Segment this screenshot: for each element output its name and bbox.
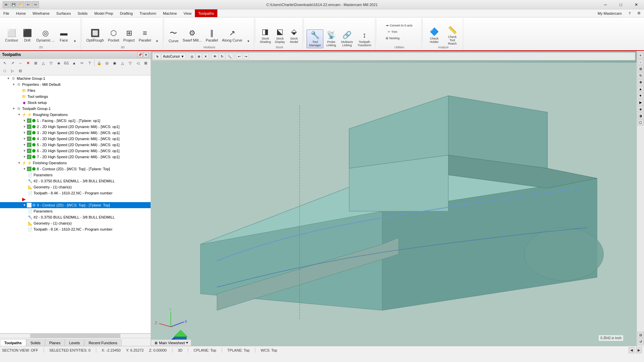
fi9-toggle[interactable]: ▼	[22, 203, 27, 207]
toolpath-group-toggle[interactable]: ▼	[11, 106, 16, 111]
vp-autocursor-btn[interactable]: AutoCursor ▼	[161, 53, 186, 59]
nav-view-right-btn[interactable]: ▶	[638, 99, 644, 105]
tool-down2-btn[interactable]: ▽	[126, 59, 134, 67]
tool-g1-btn[interactable]: G1	[63, 59, 70, 67]
ri6-check[interactable]: ✓	[27, 148, 32, 153]
nav-bottom-btn[interactable]: ⊟	[638, 332, 644, 338]
tree-fi9-tool[interactable]: 🔧 #2 - 0.3750 BULL ENDMILL - 3/8 BULL EN…	[0, 214, 151, 220]
tool-minus-box-btn[interactable]: ⊟	[16, 67, 24, 74]
tool-help-btn[interactable]: ?	[86, 59, 93, 67]
tree-fi8-geometry[interactable]: 📐 Geometry - (1) chain(s)	[0, 184, 151, 190]
ribbon-btn-check-holder[interactable]: 🔷 CheckHolder	[425, 26, 443, 45]
ribbon-btn-pocket[interactable]: ⬡ Pocket	[106, 26, 121, 45]
tree-machine-group[interactable]: ▼ ⚙ Machine Group-1	[0, 75, 151, 81]
tool-lock-btn[interactable]: 🔒	[96, 59, 103, 67]
tool-up2-btn[interactable]: △	[119, 59, 126, 67]
tree-container[interactable]: ▼ ⚙ Machine Group-1 ▼ ⚙ Properties - Mil…	[0, 75, 151, 333]
tree-stock-setup[interactable]: ◆ Stock setup	[0, 100, 151, 106]
maximize-button[interactable]: □	[613, 0, 629, 9]
ribbon-btn-face[interactable]: ▬ Face	[57, 26, 70, 45]
tree-finishing-ops[interactable]: ▼ ⚡ ⚡ Finishing Operations	[0, 160, 151, 166]
panel-pin-btn[interactable]: 📌	[137, 52, 143, 57]
tree-roughing-item-3[interactable]: ▼ ✓ 3 - 2D High Speed (2D Dynamic Mill) …	[0, 130, 151, 136]
ri4-toggle[interactable]: ▼	[22, 136, 27, 141]
nav-fit-btn[interactable]: ⊞	[638, 66, 644, 72]
ribbon-btn-optirough[interactable]: 🔲 OptiRough	[85, 26, 106, 45]
multiaxis-expand-btn[interactable]: ▼	[245, 38, 252, 45]
menu-model-prep[interactable]: Model Prep	[91, 9, 116, 17]
menu-home[interactable]: Home	[13, 9, 29, 17]
nav-view-front-btn[interactable]: ▼	[638, 93, 644, 99]
tree-fi9-geometry[interactable]: 📐 Geometry - (1) chain(s)	[0, 220, 151, 226]
ri6-toggle[interactable]: ▼	[22, 148, 27, 153]
tool-up-btn[interactable]: △	[40, 59, 47, 67]
tree-roughing-item-1[interactable]: ▼ ✓ 1 - Facing - [WCS: op1] - [Tplane: o…	[0, 118, 151, 124]
vp-snap2-btn[interactable]: ⊕	[196, 53, 202, 59]
ribbon-btn-project[interactable]: ⊞ Project	[121, 26, 136, 45]
tree-roughing-item-4[interactable]: ▼ ✓ 4 - 2D High Speed (2D Dynamic Mill) …	[0, 136, 151, 142]
ribbon-btn-check-tool-reach[interactable]: 📏 CheckTool Reach	[443, 26, 461, 45]
tree-fi9-toolpath[interactable]: 📄 Toolpath - 8.1K - 1610-22.NC - Program…	[0, 226, 151, 232]
vp-zoom-btn[interactable]: 🔍	[226, 53, 233, 59]
tool-select-btn[interactable]: ↖	[1, 59, 8, 67]
vp-snap3-btn[interactable]: ✕	[203, 53, 209, 59]
nav-wireframe-btn[interactable]: ⬡	[638, 119, 644, 125]
redo-icon[interactable]: ↪	[32, 1, 39, 8]
tree-properties[interactable]: ▼ ⚙ Properties - Mill Default	[0, 81, 151, 87]
ri2-check[interactable]: ✓	[27, 124, 32, 129]
tool-diamond-btn[interactable]: ◈	[55, 59, 62, 67]
fi9-check[interactable]	[27, 203, 32, 207]
minimize-button[interactable]: ─	[598, 0, 613, 9]
viewsheet-label[interactable]: Main Viewsheet	[159, 341, 185, 345]
open-icon[interactable]: 📂	[17, 1, 24, 8]
fi8-check[interactable]: ✓	[27, 167, 32, 171]
save-icon[interactable]: 💾	[10, 1, 17, 8]
ribbon-btn-parallel[interactable]: ≡ Parallel	[137, 26, 153, 45]
tool-arrow-btn[interactable]: →	[16, 59, 24, 67]
menu-my-mastercam[interactable]: My Mastercam	[594, 9, 625, 17]
tree-tool-settings[interactable]: 📁 Tool settings	[0, 94, 151, 100]
vp-snap-btn[interactable]: ◎	[189, 53, 195, 59]
ri7-check[interactable]: ✓	[27, 155, 32, 159]
tool-triangle-btn[interactable]: ▲	[70, 59, 78, 67]
ri5-toggle[interactable]: ▼	[22, 142, 27, 147]
menu-machine[interactable]: Machine	[160, 9, 180, 17]
stock-setup-toggle[interactable]	[17, 100, 21, 105]
viewport[interactable]: 🖱 AutoCursor ▼ ◎ ⊕ ✕ 👁 ↻ 🔍 ↩ ↪	[151, 51, 637, 346]
menu-toolpaths[interactable]: Toolpaths	[195, 9, 217, 17]
tab-levels[interactable]: Levels	[65, 339, 84, 346]
status-nav-forward[interactable]: ▶	[636, 347, 642, 353]
ribbon-btn-probe-linking[interactable]: 📡 ProbeLinking	[324, 29, 338, 48]
vp-rotate-btn[interactable]: ↻	[219, 53, 225, 59]
tree-fi8-toolpath[interactable]: 📄 Toolpath - 8.4K - 1610-22.NC - Program…	[0, 190, 151, 196]
ribbon-btn-convert-5axis[interactable]: ➡ Convert to 5-axis	[379, 22, 419, 28]
vp-cursor-btn[interactable]: 🖱	[154, 53, 161, 59]
nav-3d-btn[interactable]: ◈	[638, 106, 644, 112]
properties-toggle[interactable]: ▼	[11, 82, 16, 87]
roughing-ops-toggle[interactable]: ▼	[17, 112, 21, 117]
tool-settings-toggle[interactable]	[17, 94, 21, 99]
ribbon-btn-trim[interactable]: ✂ Trim	[379, 29, 406, 35]
menu-solids[interactable]: Solids	[74, 9, 91, 17]
tab-toolpaths[interactable]: Toolpaths	[0, 339, 26, 346]
tool-down-btn[interactable]: ▽	[47, 59, 55, 67]
tree-files[interactable]: 📁 Files	[0, 87, 151, 94]
vp-view-btn[interactable]: 👁	[212, 53, 218, 59]
ri2-toggle[interactable]: ▼	[22, 124, 27, 129]
nav-pan-btn[interactable]: ✥	[638, 79, 644, 85]
ribbon-btn-curve[interactable]: 〜 Curve	[167, 26, 180, 45]
nav-zoom-out-btn[interactable]: -	[638, 59, 644, 65]
fi8-toggle[interactable]: ▼	[22, 167, 27, 171]
menu-drafting[interactable]: Drafting	[116, 9, 136, 17]
files-toggle[interactable]	[17, 88, 21, 93]
ri1-check[interactable]: ✓	[27, 118, 32, 123]
tool-left-btn[interactable]: ◁	[134, 59, 142, 67]
tree-finishing-item-8[interactable]: ▼ ✓ 8 - Contour (2D) - [WCS: Top] - [Tpl…	[0, 166, 151, 172]
ribbon-btn-along-curve[interactable]: ↗ Along Curve	[220, 26, 244, 45]
tree-roughing-item-6[interactable]: ▼ ✓ 6 - 2D High Speed (2D Dynamic Mill) …	[0, 148, 151, 154]
panel-close-btn[interactable]: ✕	[143, 52, 149, 57]
ribbon-btn-dynamic[interactable]: ◎ Dynamic ...	[35, 26, 56, 45]
ribbon-btn-toolpath-transform[interactable]: ↕ ToolpathTransform	[356, 29, 373, 48]
ri1-toggle[interactable]: ▼	[22, 118, 27, 123]
tool-close-btn[interactable]: ✕	[24, 59, 32, 67]
